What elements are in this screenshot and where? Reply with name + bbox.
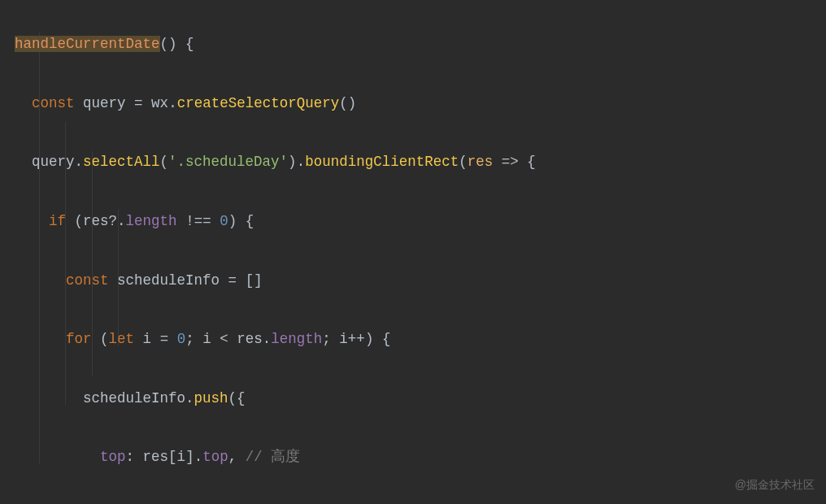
keyword-const: const [66,272,109,289]
code-line: handleCurrentDate() { [15,29,826,59]
indent-guide [65,122,66,405]
code-block: handleCurrentDate() { const query = wx.c… [0,0,826,504]
keyword-if: if [49,213,66,229]
code-line: for (let i = 0; i < res.length; i++) { [15,324,826,354]
code-line: const query = wx.createSelectorQuery() [15,89,826,118]
paren: ( [160,154,169,170]
code-line: const scheduleInfo = [] [15,266,826,295]
function-call: boundingClientRect [305,154,459,170]
identifier: i [143,331,152,347]
function-call: selectAll [83,154,160,170]
code-line: if (res?.length !== 0) { [15,206,826,236]
identifier: scheduleInfo [83,390,185,406]
property-key: top [100,449,126,465]
function-call: createSelectorQuery [177,95,340,111]
paren: ( [459,154,467,170]
dot: . [297,154,306,170]
bracket: [ [168,449,177,465]
identifier: query [32,154,75,170]
paren: ) [288,154,297,170]
dot: . [168,95,177,111]
identifier: res [237,331,263,347]
property: length [126,213,177,229]
number: 0 [177,331,186,347]
dot: . [263,331,272,347]
code-line: scheduleInfo.push({ [15,384,826,413]
paren: ( [75,213,84,229]
identifier: wx [151,95,168,111]
paren: ) [228,213,237,229]
keyword-let: let [109,331,135,347]
number: 0 [220,213,228,229]
dot: . [185,390,194,406]
property: length [271,331,322,347]
operator: = [160,331,169,347]
brace: { [527,154,536,170]
code-line: query.selectAll('.scheduleDay').bounding… [15,147,826,176]
keyword-const: const [32,95,75,111]
semicolon: ; [322,331,331,347]
operator: < [220,331,228,347]
identifier: i [339,331,348,347]
identifier: query [83,95,126,111]
indent-guide [39,33,40,463]
comma: , [228,449,237,465]
code-line: top: res[i].top, // 高度 [15,442,826,471]
identifier: i [177,449,186,465]
identifier: res [83,213,109,229]
paren: ) [365,331,374,347]
comment: // 高度 [246,449,301,465]
operator: !== [185,213,211,229]
keyword-for: for [66,331,92,347]
param: res [467,154,493,170]
arrow: => [502,154,519,170]
paren: ( [100,331,109,347]
code-token: () { [160,36,194,52]
watermark: @掘金技术社区 [735,478,815,493]
bracket: ] [185,449,194,465]
parens: () [339,95,356,111]
method-name: handleCurrentDate [15,36,160,52]
identifier: i [202,331,211,347]
identifier: res [143,449,169,465]
operator: ++ [348,331,365,347]
brace: { [246,213,254,229]
operator: = [228,272,237,289]
function-call: push [194,390,228,406]
array-literal: [] [246,272,263,289]
dot: . [75,154,84,170]
string-literal: '.scheduleDay' [168,154,288,170]
indent-guide [118,210,119,346]
identifier: scheduleInfo [117,272,220,289]
property: top [202,449,228,465]
paren: ({ [228,390,246,406]
dot: . [194,449,203,465]
indent-guide [92,151,93,376]
semicolon: ; [185,331,194,347]
colon: : [126,449,135,465]
operator: = [134,95,143,111]
brace: { [382,331,391,347]
